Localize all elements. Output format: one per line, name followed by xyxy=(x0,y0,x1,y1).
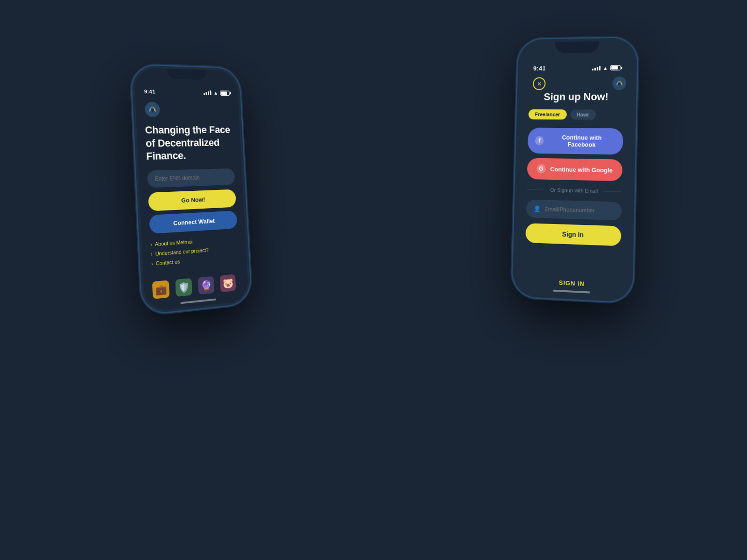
crystal-icon[interactable]: 🔮 xyxy=(198,276,215,294)
side-button-right-top xyxy=(515,94,517,110)
bottom-icons: 💼 🛡️ 🔮 🐷 xyxy=(143,267,249,311)
phone-right-inner: 9:41 ▲ xyxy=(515,41,634,299)
side-button-left xyxy=(243,135,246,162)
status-icons-right: ▲ xyxy=(592,65,620,70)
phone-right-screen: 9:41 ▲ xyxy=(515,41,634,299)
nav-link-project-text: Understand our project? xyxy=(155,247,209,257)
go-now-button[interactable]: Go Now! xyxy=(148,189,236,211)
close-button[interactable]: ✕ xyxy=(533,77,546,91)
shield-icon[interactable]: 🛡️ xyxy=(175,278,192,297)
phone-left-screen: 9:41 ▲ xyxy=(134,68,249,312)
signal-bars-right xyxy=(592,66,600,70)
google-icon: G xyxy=(536,164,546,174)
battery-icon-right xyxy=(610,65,620,70)
ens-input-container[interactable] xyxy=(147,168,235,188)
chevron-right-icon: › xyxy=(150,241,152,247)
signup-title: Sign up Now! xyxy=(529,91,624,103)
battery-icon-left xyxy=(220,91,229,96)
email-input-container[interactable]: 👤 xyxy=(526,199,622,220)
phone-right: 9:41 ▲ xyxy=(512,37,638,302)
tab-freelancer[interactable]: Freelancer xyxy=(529,109,567,119)
status-bar-left: 9:41 ▲ xyxy=(134,84,238,98)
email-divider: Or Signup with Email xyxy=(527,187,622,195)
email-input[interactable] xyxy=(544,206,614,214)
status-time-right: 9:41 xyxy=(533,65,546,72)
google-button-label: Continue with Google xyxy=(550,166,613,174)
nav-links: › About us Metmoi › Understand our proje… xyxy=(150,236,240,271)
app-logo-left xyxy=(144,101,161,118)
signal-bars-left xyxy=(204,90,211,95)
notch-right xyxy=(555,42,599,53)
signin-link[interactable]: SIGN IN xyxy=(524,278,620,299)
status-icons-left: ▲ xyxy=(204,90,230,96)
tab-hawr[interactable]: Hawr xyxy=(570,109,596,119)
chevron-right-icon-2: › xyxy=(151,251,153,257)
signup-content: Sign up Now! Freelancer Hawr f Continue … xyxy=(515,91,634,299)
wallet-icon[interactable]: 💼 xyxy=(152,280,170,299)
google-button[interactable]: G Continue with Google xyxy=(527,158,623,181)
chevron-right-icon-3: › xyxy=(151,260,153,266)
phone-left: 9:41 ▲ xyxy=(131,65,252,315)
status-bar-right: 9:41 ▲ xyxy=(521,58,634,75)
divider-text: Or Signup with Email xyxy=(550,187,598,194)
status-time-left: 9:41 xyxy=(144,89,155,95)
wifi-icon-left: ▲ xyxy=(213,90,218,96)
hero-text: Changing the Face of Decentralized Finan… xyxy=(136,122,241,163)
wifi-icon-right: ▲ xyxy=(603,65,608,70)
nav-link-contact-text: Contact us xyxy=(155,259,180,266)
user-icon: 👤 xyxy=(533,205,541,212)
connect-wallet-button[interactable]: Connect Wallet xyxy=(149,210,237,234)
notch-left xyxy=(167,69,207,80)
side-button-right-mid xyxy=(514,117,516,133)
tab-row: Freelancer Hawr xyxy=(529,109,624,120)
app-logo-right xyxy=(612,76,627,91)
facebook-button-label: Continue with Facebook xyxy=(548,134,615,148)
sign-in-button[interactable]: Sign In xyxy=(525,223,621,246)
ens-input[interactable] xyxy=(147,168,235,188)
nav-link-about-text: About us Metmoi xyxy=(155,238,192,247)
scene: 9:41 ▲ xyxy=(0,0,747,560)
piggy-icon[interactable]: 🐷 xyxy=(220,274,236,293)
top-row: ✕ xyxy=(520,74,634,91)
hero-heading: Changing the Face of Decentralized Finan… xyxy=(145,124,234,163)
facebook-icon: f xyxy=(535,136,544,145)
facebook-button[interactable]: f Continue with Facebook xyxy=(528,128,623,155)
phone-left-inner: 9:41 ▲ xyxy=(134,68,249,312)
